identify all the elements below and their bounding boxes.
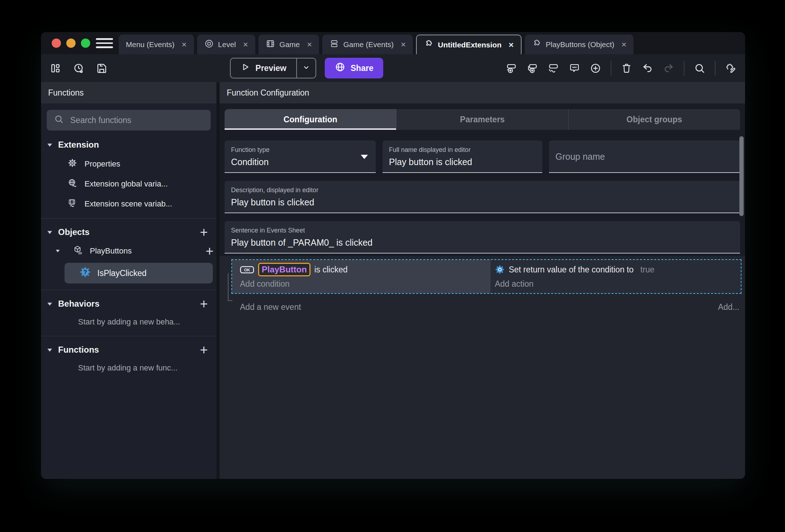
search-icon [54, 114, 64, 126]
add-object-button[interactable]: + [197, 225, 211, 239]
section-behaviors[interactable]: Behaviors + [41, 295, 216, 313]
share-button[interactable]: Share [325, 58, 384, 78]
sidebar-divider [41, 336, 216, 336]
delete-icon[interactable] [621, 62, 632, 74]
preview-options-button[interactable] [296, 58, 315, 78]
sidebar-item-properties[interactable]: Properties [41, 154, 216, 174]
action-gear-icon [495, 265, 505, 275]
window-tab-bar: Menu (Events) × Level × Game × Game (Eve… [41, 32, 745, 54]
close-icon[interactable]: × [243, 40, 248, 50]
sidebar-item-extension-global-variables[interactable]: Extension global varia... [41, 174, 216, 194]
group-name-field[interactable]: Group name [549, 140, 740, 173]
chevron-down-icon [47, 302, 53, 306]
toolbar-separator [684, 61, 684, 76]
tab-parameters[interactable]: Parameters [396, 109, 568, 130]
action-value[interactable]: true [640, 265, 655, 275]
full-name-field[interactable]: Full name displayed in editor Play butto… [383, 140, 542, 173]
configuration-tabs: Configuration Parameters Object groups [225, 109, 740, 130]
tab-label: UntitledExtension [438, 41, 502, 49]
description-field[interactable]: Description, displayed in editor Play bu… [225, 181, 740, 213]
field-value: Condition [231, 157, 369, 167]
tab-configuration[interactable]: Configuration [225, 109, 396, 130]
event-row[interactable]: OK PlayButton is clicked Add condition S… [231, 259, 742, 294]
version-history-icon[interactable] [73, 62, 84, 74]
field-label: Function type [231, 146, 369, 154]
event-indent-guide [228, 273, 232, 301]
scene-variable-icon [67, 198, 77, 210]
project-manager-icon[interactable] [50, 62, 61, 74]
add-more-link[interactable]: Add... [718, 302, 739, 312]
section-title: Objects [58, 227, 197, 237]
sidebar-divider [41, 290, 216, 290]
add-object-function-button[interactable]: + [203, 244, 216, 258]
puzzle-icon [532, 39, 542, 50]
events-sheet-icon [329, 39, 339, 50]
section-title: Behaviors [58, 299, 197, 309]
condition-object-chip[interactable]: PlayButton [258, 263, 311, 276]
field-label: Description, displayed in editor [231, 186, 734, 194]
redo-icon[interactable] [663, 62, 674, 74]
sentence-field[interactable]: Sentence in Events Sheet Play button of … [225, 221, 740, 254]
toolbar-separator [611, 61, 611, 76]
add-function-button[interactable]: + [197, 343, 211, 357]
minimize-window-button[interactable] [66, 39, 76, 48]
add-action-link[interactable]: Add action [495, 279, 741, 289]
item-label: Extension scene variab... [84, 199, 172, 209]
tab-playbuttons-object[interactable]: PlayButtons (Object) × [525, 35, 634, 54]
sidebar-item-isplayclicked[interactable]: ? IsPlayClicked [65, 263, 213, 283]
scene-icon [204, 39, 214, 50]
chevron-down-icon [302, 63, 311, 73]
condition-text: is clicked [314, 265, 348, 275]
close-icon[interactable]: × [401, 40, 406, 50]
search-functions-input[interactable]: Search functions [47, 110, 211, 131]
field-label: Full name displayed in editor [389, 146, 536, 154]
tab-menu-events[interactable]: Menu (Events) × [119, 35, 194, 54]
object-2d-icon: 2D [73, 245, 83, 257]
add-event-icon[interactable] [506, 62, 517, 74]
tab-game-events[interactable]: Game (Events) × [322, 35, 413, 54]
add-condition-link[interactable]: Add condition [240, 279, 491, 289]
tab-object-groups[interactable]: Object groups [568, 109, 740, 130]
tab-game[interactable]: Game × [258, 35, 319, 54]
close-icon[interactable]: × [509, 40, 514, 50]
toolbar-separator [715, 61, 715, 76]
maximize-window-button[interactable] [81, 39, 90, 48]
main-menu-icon[interactable] [96, 32, 113, 54]
field-placeholder: Group name [555, 152, 605, 162]
close-icon[interactable]: × [307, 40, 312, 50]
desktop-background: Menu (Events) × Level × Game × Game (Eve… [0, 0, 785, 532]
tab-untitled-extension[interactable]: UntitledExtension × [416, 35, 522, 54]
section-functions[interactable]: Functions + [41, 341, 216, 359]
tab-level[interactable]: Level × [197, 35, 255, 54]
field-value: Play button of _PARAM0_ is clicked [231, 237, 734, 248]
section-objects[interactable]: Objects + [41, 223, 216, 241]
sidebar-item-extension-scene-variables[interactable]: Extension scene variab... [41, 194, 216, 214]
add-other-events-icon[interactable] [548, 62, 559, 74]
globe-icon [335, 62, 345, 75]
add-subevent-icon[interactable] [527, 62, 538, 74]
gear-icon [67, 158, 77, 170]
field-value: Play button is clicked [231, 197, 734, 208]
configuration-form: Function type Condition Full name displa… [220, 130, 745, 254]
comment-icon[interactable] [569, 62, 580, 74]
close-window-button[interactable] [52, 39, 61, 48]
undo-icon[interactable] [642, 62, 653, 74]
close-icon[interactable]: × [182, 40, 187, 50]
save-icon[interactable] [96, 62, 108, 74]
preview-button[interactable]: Preview [230, 58, 316, 78]
section-extension[interactable]: Extension [41, 135, 216, 154]
add-new-event-link[interactable]: Add a new event [240, 302, 301, 312]
dropdown-arrow-icon [361, 155, 368, 159]
section-title: Extension [58, 140, 211, 150]
edit-extension-icon[interactable] [725, 62, 737, 74]
add-behavior-button[interactable]: + [197, 297, 211, 311]
add-circle-icon[interactable] [590, 62, 601, 74]
close-icon[interactable]: × [621, 40, 626, 50]
event-actions: Set return value of the condition to tru… [491, 260, 741, 293]
search-icon[interactable] [694, 62, 706, 74]
function-type-select[interactable]: Function type Condition [225, 140, 376, 173]
sidebar-item-playbuttons[interactable]: 2D PlayButtons + [41, 241, 216, 261]
form-scrollbar[interactable] [739, 136, 744, 216]
events-sheet: OK PlayButton is clicked Add condition S… [220, 256, 745, 479]
function-configuration-panel: Function Configuration Configuration Par… [220, 82, 745, 479]
